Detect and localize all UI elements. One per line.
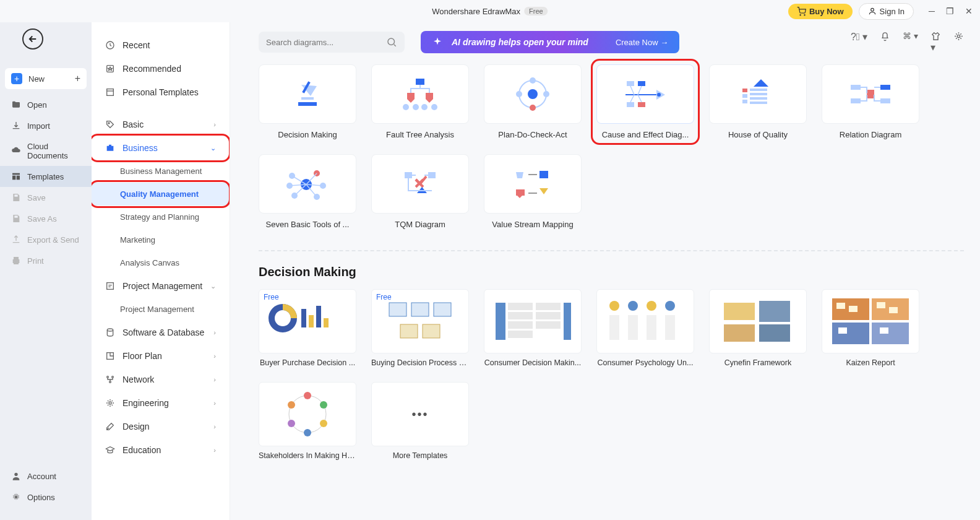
cat-project-management[interactable]: Project Management ⌄ xyxy=(92,274,230,298)
template-card[interactable]: Consumer Decision Makin... xyxy=(484,289,582,367)
svg-rect-65 xyxy=(309,315,314,327)
svg-rect-103 xyxy=(880,327,888,334)
help-icon[interactable]: ?⃝ ▾ xyxy=(851,31,867,53)
diagram-label: Decision Making xyxy=(259,130,356,139)
chevron-right-icon: › xyxy=(213,446,216,454)
template-label: Stakeholders In Making He... xyxy=(259,451,356,460)
sidebar-item-cloud[interactable]: Cloud Documents xyxy=(0,136,92,166)
sidebar-item-import[interactable]: Import xyxy=(0,115,92,136)
cat-label: Floor Plan xyxy=(123,351,162,361)
category-column: Recent Recommended Personal Templates Ba… xyxy=(92,22,230,520)
svg-rect-24 xyxy=(416,79,424,85)
buy-now-button[interactable]: Buy Now xyxy=(788,4,853,19)
diagram-card-pdca[interactable]: Plan-Do-Check-Act xyxy=(484,64,582,139)
diagram-card-cause-effect[interactable]: Cause and Effect Diag... xyxy=(591,59,700,145)
cat-sub-project-management[interactable]: Project Management xyxy=(92,298,230,321)
free-tag: Free xyxy=(376,293,392,301)
svg-rect-48 xyxy=(851,98,861,103)
cat-engineering[interactable]: Engineering › xyxy=(92,391,230,415)
cat-floor-plan[interactable]: Floor Plan › xyxy=(92,344,230,368)
diagram-card-relation[interactable]: Relation Diagram xyxy=(822,64,919,139)
diagram-label: Value Stream Mapping xyxy=(484,220,582,229)
cat-sub-business-management[interactable]: Business Management xyxy=(92,160,230,183)
svg-rect-45 xyxy=(750,97,767,100)
ai-banner[interactable]: AI drawing helps open your mind Create N… xyxy=(421,31,679,53)
bell-icon[interactable] xyxy=(880,31,890,53)
sidebar-item-options[interactable]: Options xyxy=(0,487,92,508)
template-card[interactable]: Consumer Psychology Un... xyxy=(596,289,694,367)
search-box[interactable] xyxy=(259,32,405,53)
diagram-card-decision-making[interactable]: Decision Making xyxy=(259,64,356,139)
cat-network[interactable]: Network › xyxy=(92,368,230,391)
diagram-card-tqm[interactable]: TQM Diagram xyxy=(371,154,469,229)
cat-business[interactable]: Business ⌄ xyxy=(92,136,230,160)
sidebar-label: Templates xyxy=(27,172,64,181)
sidebar-item-new[interactable]: + New + xyxy=(5,68,87,89)
template-label: Consumer Decision Makin... xyxy=(484,358,582,367)
diagram-card-seven-tools[interactable]: Seven Basic Tools of ... xyxy=(259,154,356,229)
template-card[interactable]: Free Buyer Purchase Decision ... xyxy=(259,289,356,367)
svg-point-0 xyxy=(800,14,801,15)
project-icon xyxy=(105,281,115,291)
template-card[interactable]: Stakeholders In Making He... xyxy=(259,382,356,460)
cat-label: Basic xyxy=(123,119,144,129)
cat-education[interactable]: Education › xyxy=(92,438,230,462)
settings-icon[interactable] xyxy=(953,31,964,53)
template-card[interactable]: Cynefin Framework xyxy=(709,289,807,367)
sidebar-item-account[interactable]: Account xyxy=(0,466,92,487)
back-button[interactable] xyxy=(22,28,43,50)
close-button[interactable]: ✕ xyxy=(965,6,973,16)
diagram-label: Seven Basic Tools of ... xyxy=(259,220,356,229)
template-card-more[interactable]: ••• More Templates xyxy=(371,382,469,460)
sidebar-label: Export & Send xyxy=(27,235,79,245)
cat-design[interactable]: Design › xyxy=(92,415,230,438)
svg-point-28 xyxy=(431,104,437,110)
template-label: Cynefin Framework xyxy=(709,358,807,367)
chevron-right-icon: › xyxy=(213,376,216,383)
template-label: Consumer Psychology Un... xyxy=(596,358,694,367)
cat-personal[interactable]: Personal Templates xyxy=(92,80,230,104)
cat-sub-analysis-canvas[interactable]: Analysis Canvas xyxy=(92,251,230,274)
signin-button[interactable]: Sign In xyxy=(859,3,914,20)
floorplan-icon xyxy=(105,351,115,361)
cat-sub-strategy[interactable]: Strategy and Planning xyxy=(92,206,230,228)
minimize-button[interactable]: ─ xyxy=(929,6,935,16)
template-grid: Free Buyer Purchase Decision ... Free Bu… xyxy=(259,289,964,460)
cat-label: Recent xyxy=(123,40,150,50)
cat-sub-label: Project Management xyxy=(120,305,194,314)
svg-rect-92 xyxy=(724,324,755,342)
maximize-button[interactable]: ❐ xyxy=(946,6,954,16)
svg-rect-74 xyxy=(508,303,533,310)
template-card[interactable]: Free Buying Decision Process O... xyxy=(371,289,469,367)
cat-software[interactable]: Software & Database › xyxy=(92,321,230,344)
search-input[interactable] xyxy=(266,38,386,47)
svg-rect-88 xyxy=(647,315,656,340)
svg-point-31 xyxy=(530,77,536,84)
titlebar: Wondershare EdrawMax Free Buy Now Sign I… xyxy=(0,0,980,22)
apps-icon[interactable]: ⌘ ▾ xyxy=(903,31,918,53)
sidebar-item-templates[interactable]: Templates xyxy=(0,166,92,187)
cat-sub-marketing[interactable]: Marketing xyxy=(92,228,230,251)
cat-basic[interactable]: Basic › xyxy=(92,113,230,136)
svg-point-107 xyxy=(320,420,327,427)
svg-point-105 xyxy=(304,392,311,399)
svg-rect-81 xyxy=(564,303,571,340)
diagram-card-fault-tree[interactable]: Fault Tree Analysis xyxy=(371,64,469,139)
cat-recent[interactable]: Recent xyxy=(92,33,230,57)
svg-rect-49 xyxy=(880,85,890,90)
svg-point-19 xyxy=(388,38,395,45)
cat-sub-quality-management[interactable]: Quality Management xyxy=(92,183,230,206)
tshirt-icon[interactable]: ▾ xyxy=(931,31,941,53)
cat-label: Design xyxy=(123,422,150,431)
svg-rect-68 xyxy=(389,303,406,316)
template-card[interactable]: Kaizen Report xyxy=(822,289,919,367)
sidebar-item-open[interactable]: Open xyxy=(0,94,92,115)
svg-rect-21 xyxy=(298,102,317,106)
svg-point-17 xyxy=(110,381,111,383)
diagram-label: Fault Tree Analysis xyxy=(371,130,469,139)
cat-recommended[interactable]: Recommended xyxy=(92,57,230,80)
left-sidebar: + New + Open Import Cloud Documents Temp… xyxy=(0,22,92,520)
diagram-card-value-stream[interactable]: Value Stream Mapping xyxy=(484,154,582,229)
svg-point-6 xyxy=(14,473,17,476)
diagram-card-house-of-quality[interactable]: House of Quality xyxy=(709,64,807,139)
